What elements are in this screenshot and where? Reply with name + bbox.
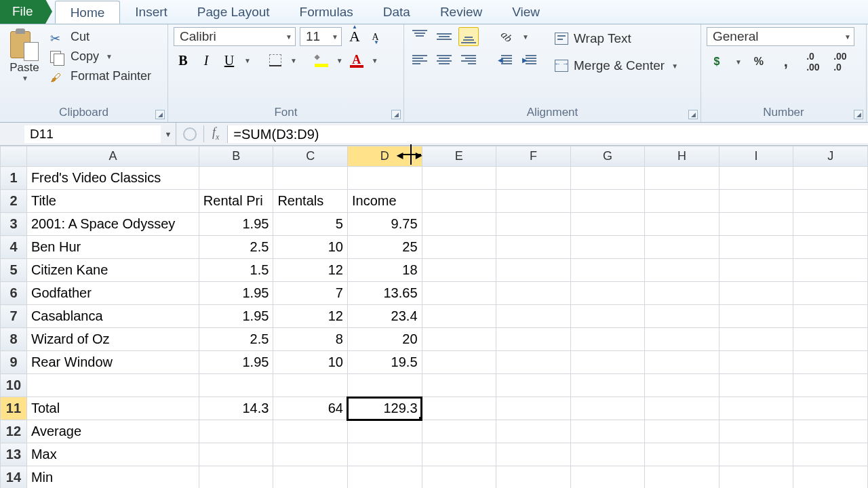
column-header[interactable]: G	[570, 146, 645, 167]
cell[interactable]	[496, 190, 571, 213]
decrease-decimal-button[interactable]: .00.0	[830, 53, 850, 70]
column-header[interactable]: I	[719, 146, 793, 167]
tab-data[interactable]: Data	[368, 1, 425, 24]
row-header[interactable]: 8	[1, 328, 27, 351]
cell[interactable]	[570, 213, 645, 236]
cell[interactable]	[422, 259, 496, 282]
fill-dropdown-icon[interactable]: ▼	[336, 57, 343, 64]
cell[interactable]: Income	[347, 190, 422, 213]
cell[interactable]	[793, 328, 868, 351]
cell[interactable]	[645, 374, 719, 397]
cell[interactable]	[422, 397, 496, 420]
cell[interactable]	[645, 305, 719, 328]
fx-button[interactable]: fx	[203, 125, 219, 142]
cell[interactable]: 1.5	[199, 259, 273, 282]
cell[interactable]	[199, 443, 273, 466]
cell[interactable]: 14.3	[199, 397, 273, 420]
cell[interactable]	[645, 259, 719, 282]
cell[interactable]	[273, 466, 348, 489]
cell[interactable]	[793, 282, 868, 305]
italic-button[interactable]: I	[197, 52, 216, 69]
cell[interactable]	[645, 282, 719, 305]
cell[interactable]	[422, 236, 496, 259]
cell[interactable]	[645, 213, 719, 236]
decrease-indent-button[interactable]: ◀	[496, 51, 517, 68]
cell[interactable]: Ben Hur	[26, 236, 199, 259]
align-right-button[interactable]	[458, 50, 479, 69]
cell[interactable]	[719, 351, 793, 374]
cell[interactable]: 2.5	[199, 328, 273, 351]
bold-button[interactable]: B	[174, 52, 193, 69]
align-left-button[interactable]	[410, 50, 430, 69]
cell[interactable]: 20	[347, 328, 422, 351]
cell[interactable]	[645, 167, 719, 190]
cell[interactable]: 5	[273, 213, 348, 236]
column-header[interactable]: C	[273, 146, 348, 167]
cell[interactable]	[570, 374, 645, 397]
cell[interactable]	[570, 420, 645, 443]
cell[interactable]	[199, 420, 273, 443]
cell[interactable]: 23.4	[347, 305, 422, 328]
cell[interactable]	[199, 374, 273, 397]
cell[interactable]	[273, 443, 348, 466]
cell[interactable]	[570, 351, 645, 374]
cell[interactable]	[719, 374, 793, 397]
cell[interactable]	[422, 443, 496, 466]
orientation-dropdown-icon[interactable]: ▼	[522, 33, 529, 41]
tab-home[interactable]: Home	[55, 1, 121, 24]
cell[interactable]	[496, 213, 571, 236]
cell[interactable]	[273, 374, 348, 397]
percent-button[interactable]: %	[749, 53, 769, 70]
cell[interactable]	[422, 167, 496, 190]
paste-button[interactable]: Paste ▼	[5, 27, 43, 83]
cell[interactable]: 2001: A Space Odyssey	[26, 213, 199, 236]
cell[interactable]	[570, 259, 645, 282]
row-header[interactable]: 14	[1, 466, 27, 489]
cell[interactable]	[422, 213, 496, 236]
cell[interactable]: 129.3	[347, 397, 422, 420]
cancel-formula-icon[interactable]	[183, 127, 197, 141]
cell[interactable]: Wizard of Oz	[26, 328, 199, 351]
row-header[interactable]: 4	[1, 236, 27, 259]
font-dialog-launcher[interactable]: ◢	[391, 110, 401, 119]
tab-view[interactable]: View	[497, 1, 555, 24]
number-dialog-launcher[interactable]: ◢	[854, 110, 863, 119]
cell[interactable]	[645, 190, 719, 213]
orientation-button[interactable]: ab	[496, 28, 517, 45]
tab-file[interactable]: File	[0, 0, 45, 24]
cell[interactable]	[645, 328, 719, 351]
cell[interactable]: 13.65	[347, 282, 422, 305]
align-middle-button[interactable]	[434, 27, 454, 46]
alignment-dialog-launcher[interactable]: ◢	[688, 110, 698, 119]
column-header[interactable]: A	[26, 146, 199, 167]
cell[interactable]: 12	[273, 259, 348, 282]
accounting-dropdown-icon[interactable]: ▼	[735, 58, 742, 66]
merge-dropdown-icon[interactable]: ▼	[671, 62, 678, 70]
cell[interactable]	[570, 236, 645, 259]
cell[interactable]	[496, 420, 571, 443]
tab-page-layout[interactable]: Page Layout	[182, 1, 285, 24]
cell[interactable]: Rear Window	[26, 351, 199, 374]
merge-center-button[interactable]: Merge & Center ▼	[555, 58, 678, 73]
cell[interactable]	[570, 466, 645, 489]
cell[interactable]	[793, 374, 868, 397]
accounting-format-button[interactable]: $	[707, 53, 727, 70]
cell[interactable]: Fred's Video Classics	[26, 167, 199, 190]
cell[interactable]	[645, 236, 719, 259]
cell[interactable]	[496, 351, 571, 374]
row-header[interactable]: 1	[1, 167, 27, 190]
cell[interactable]	[347, 466, 422, 489]
font-color-button[interactable]: A	[347, 52, 366, 69]
cell[interactable]: Citizen Kane	[26, 259, 199, 282]
cell[interactable]	[496, 236, 571, 259]
cell[interactable]	[719, 328, 793, 351]
cell[interactable]: 10	[273, 351, 348, 374]
cell[interactable]	[496, 397, 571, 420]
cell[interactable]	[793, 305, 868, 328]
spreadsheet-grid[interactable]: ABCDEFGHIJ1Fred's Video Classics2TitleRe…	[0, 146, 868, 488]
cell[interactable]: Average	[26, 420, 199, 443]
row-header[interactable]: 5	[1, 259, 27, 282]
cell[interactable]: Max	[26, 443, 199, 466]
font-name-combo[interactable]: Calibri ▼	[174, 27, 296, 46]
cell[interactable]	[347, 443, 422, 466]
